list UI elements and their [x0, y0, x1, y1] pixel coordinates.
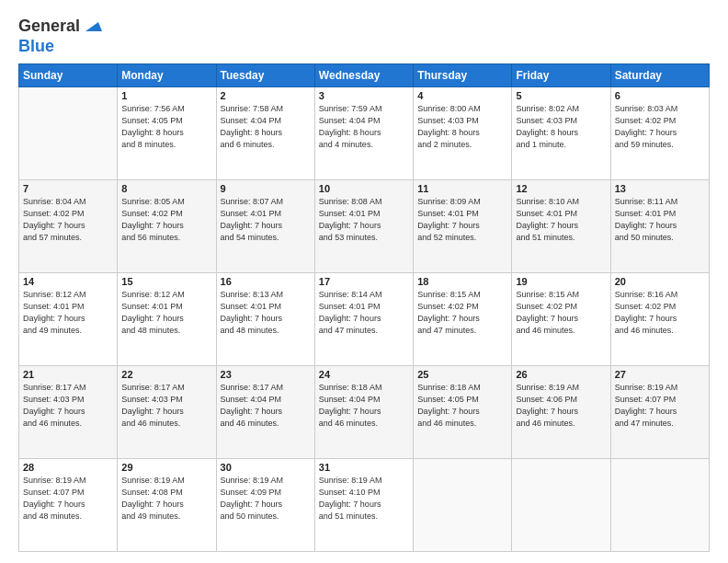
- calendar-cell: 5Sunrise: 8:02 AM Sunset: 4:03 PM Daylig…: [512, 87, 610, 180]
- day-info: Sunrise: 8:19 AM Sunset: 4:09 PM Dayligh…: [221, 475, 311, 523]
- day-info: Sunrise: 8:10 AM Sunset: 4:01 PM Dayligh…: [516, 196, 606, 244]
- calendar-cell: 29Sunrise: 8:19 AM Sunset: 4:08 PM Dayli…: [118, 459, 216, 552]
- calendar-cell: 4Sunrise: 8:00 AM Sunset: 4:03 PM Daylig…: [414, 87, 512, 180]
- day-info: Sunrise: 8:18 AM Sunset: 4:04 PM Dayligh…: [319, 382, 409, 430]
- day-info: Sunrise: 8:07 AM Sunset: 4:01 PM Dayligh…: [221, 196, 311, 244]
- calendar-header-friday: Friday: [512, 64, 610, 87]
- calendar-cell: 17Sunrise: 8:14 AM Sunset: 4:01 PM Dayli…: [314, 273, 413, 366]
- calendar-cell: 22Sunrise: 8:17 AM Sunset: 4:03 PM Dayli…: [118, 366, 216, 459]
- header: General Blue: [18, 15, 710, 56]
- logo-icon: [82, 15, 102, 35]
- calendar-week-row: 14Sunrise: 8:12 AM Sunset: 4:01 PM Dayli…: [19, 273, 710, 366]
- calendar-cell: 16Sunrise: 8:13 AM Sunset: 4:01 PM Dayli…: [216, 273, 314, 366]
- calendar-cell: 1Sunrise: 7:56 AM Sunset: 4:05 PM Daylig…: [118, 87, 216, 180]
- calendar-cell: 2Sunrise: 7:58 AM Sunset: 4:04 PM Daylig…: [216, 87, 314, 180]
- calendar-cell: [512, 459, 610, 552]
- day-info: Sunrise: 8:14 AM Sunset: 4:01 PM Dayligh…: [319, 289, 409, 337]
- day-number: 29: [121, 462, 211, 473]
- day-number: 20: [615, 276, 705, 287]
- day-info: Sunrise: 8:17 AM Sunset: 4:03 PM Dayligh…: [23, 382, 113, 430]
- day-info: Sunrise: 8:00 AM Sunset: 4:03 PM Dayligh…: [417, 103, 507, 151]
- day-number: 17: [319, 276, 409, 287]
- calendar-cell: 21Sunrise: 8:17 AM Sunset: 4:03 PM Dayli…: [19, 366, 118, 459]
- day-number: 30: [221, 462, 311, 473]
- day-info: Sunrise: 8:19 AM Sunset: 4:06 PM Dayligh…: [516, 382, 606, 430]
- calendar-cell: 13Sunrise: 8:11 AM Sunset: 4:01 PM Dayli…: [610, 180, 709, 273]
- calendar-table: SundayMondayTuesdayWednesdayThursdayFrid…: [18, 63, 710, 552]
- day-info: Sunrise: 8:05 AM Sunset: 4:02 PM Dayligh…: [121, 196, 211, 244]
- day-number: 15: [121, 276, 211, 287]
- day-info: Sunrise: 8:18 AM Sunset: 4:05 PM Dayligh…: [417, 382, 507, 430]
- day-number: 1: [121, 90, 211, 101]
- svg-marker-0: [85, 22, 102, 31]
- calendar-cell: 8Sunrise: 8:05 AM Sunset: 4:02 PM Daylig…: [118, 180, 216, 273]
- day-info: Sunrise: 8:08 AM Sunset: 4:01 PM Dayligh…: [319, 196, 409, 244]
- day-number: 23: [221, 369, 311, 380]
- calendar-cell: 12Sunrise: 8:10 AM Sunset: 4:01 PM Dayli…: [512, 180, 610, 273]
- day-info: Sunrise: 8:19 AM Sunset: 4:10 PM Dayligh…: [319, 475, 409, 523]
- calendar-cell: 7Sunrise: 8:04 AM Sunset: 4:02 PM Daylig…: [19, 180, 118, 273]
- calendar-cell: 9Sunrise: 8:07 AM Sunset: 4:01 PM Daylig…: [216, 180, 314, 273]
- calendar-cell: [19, 87, 118, 180]
- day-info: Sunrise: 8:19 AM Sunset: 4:08 PM Dayligh…: [121, 475, 211, 523]
- calendar-cell: 3Sunrise: 7:59 AM Sunset: 4:04 PM Daylig…: [314, 87, 413, 180]
- day-number: 8: [121, 183, 211, 194]
- day-info: Sunrise: 8:12 AM Sunset: 4:01 PM Dayligh…: [23, 289, 113, 337]
- day-number: 19: [516, 276, 606, 287]
- calendar-cell: 14Sunrise: 8:12 AM Sunset: 4:01 PM Dayli…: [19, 273, 118, 366]
- calendar-cell: 25Sunrise: 8:18 AM Sunset: 4:05 PM Dayli…: [414, 366, 512, 459]
- calendar-week-row: 21Sunrise: 8:17 AM Sunset: 4:03 PM Dayli…: [19, 366, 710, 459]
- day-number: 2: [221, 90, 311, 101]
- day-number: 16: [221, 276, 311, 287]
- calendar-cell: 18Sunrise: 8:15 AM Sunset: 4:02 PM Dayli…: [414, 273, 512, 366]
- calendar-week-row: 7Sunrise: 8:04 AM Sunset: 4:02 PM Daylig…: [19, 180, 710, 273]
- logo: General Blue: [18, 15, 102, 56]
- calendar-cell: [414, 459, 512, 552]
- day-number: 12: [516, 183, 606, 194]
- calendar-cell: 23Sunrise: 8:17 AM Sunset: 4:04 PM Dayli…: [216, 366, 314, 459]
- day-info: Sunrise: 8:11 AM Sunset: 4:01 PM Dayligh…: [615, 196, 705, 244]
- day-info: Sunrise: 8:15 AM Sunset: 4:02 PM Dayligh…: [516, 289, 606, 337]
- calendar-header-thursday: Thursday: [414, 64, 512, 87]
- day-number: 27: [615, 369, 705, 380]
- day-info: Sunrise: 8:04 AM Sunset: 4:02 PM Dayligh…: [23, 196, 113, 244]
- calendar-cell: 31Sunrise: 8:19 AM Sunset: 4:10 PM Dayli…: [314, 459, 413, 552]
- day-number: 18: [417, 276, 507, 287]
- day-info: Sunrise: 8:19 AM Sunset: 4:07 PM Dayligh…: [615, 382, 705, 430]
- day-info: Sunrise: 8:03 AM Sunset: 4:02 PM Dayligh…: [615, 103, 705, 151]
- day-info: Sunrise: 8:17 AM Sunset: 4:03 PM Dayligh…: [121, 382, 211, 430]
- calendar-cell: 27Sunrise: 8:19 AM Sunset: 4:07 PM Dayli…: [610, 366, 709, 459]
- calendar-week-row: 1Sunrise: 7:56 AM Sunset: 4:05 PM Daylig…: [19, 87, 710, 180]
- day-number: 21: [23, 369, 113, 380]
- calendar-cell: 28Sunrise: 8:19 AM Sunset: 4:07 PM Dayli…: [19, 459, 118, 552]
- day-info: Sunrise: 8:09 AM Sunset: 4:01 PM Dayligh…: [417, 196, 507, 244]
- calendar-header-wednesday: Wednesday: [314, 64, 413, 87]
- calendar-header-sunday: Sunday: [19, 64, 118, 87]
- day-info: Sunrise: 7:59 AM Sunset: 4:04 PM Dayligh…: [319, 103, 409, 151]
- day-info: Sunrise: 8:19 AM Sunset: 4:07 PM Dayligh…: [23, 475, 113, 523]
- calendar-week-row: 28Sunrise: 8:19 AM Sunset: 4:07 PM Dayli…: [19, 459, 710, 552]
- calendar-cell: 24Sunrise: 8:18 AM Sunset: 4:04 PM Dayli…: [314, 366, 413, 459]
- calendar-cell: 20Sunrise: 8:16 AM Sunset: 4:02 PM Dayli…: [610, 273, 709, 366]
- day-number: 4: [417, 90, 507, 101]
- calendar-cell: 26Sunrise: 8:19 AM Sunset: 4:06 PM Dayli…: [512, 366, 610, 459]
- calendar-cell: 19Sunrise: 8:15 AM Sunset: 4:02 PM Dayli…: [512, 273, 610, 366]
- day-number: 24: [319, 369, 409, 380]
- logo-blue: Blue: [18, 37, 54, 55]
- day-number: 25: [417, 369, 507, 380]
- calendar-header-tuesday: Tuesday: [216, 64, 314, 87]
- calendar-cell: 10Sunrise: 8:08 AM Sunset: 4:01 PM Dayli…: [314, 180, 413, 273]
- day-number: 6: [615, 90, 705, 101]
- day-number: 7: [23, 183, 113, 194]
- day-info: Sunrise: 8:02 AM Sunset: 4:03 PM Dayligh…: [516, 103, 606, 151]
- calendar-header-monday: Monday: [118, 64, 216, 87]
- day-number: 13: [615, 183, 705, 194]
- day-number: 28: [23, 462, 113, 473]
- day-number: 9: [221, 183, 311, 194]
- day-number: 10: [319, 183, 409, 194]
- day-number: 26: [516, 369, 606, 380]
- day-number: 22: [121, 369, 211, 380]
- day-number: 5: [516, 90, 606, 101]
- calendar-header-row: SundayMondayTuesdayWednesdayThursdayFrid…: [19, 64, 710, 87]
- day-info: Sunrise: 8:17 AM Sunset: 4:04 PM Dayligh…: [221, 382, 311, 430]
